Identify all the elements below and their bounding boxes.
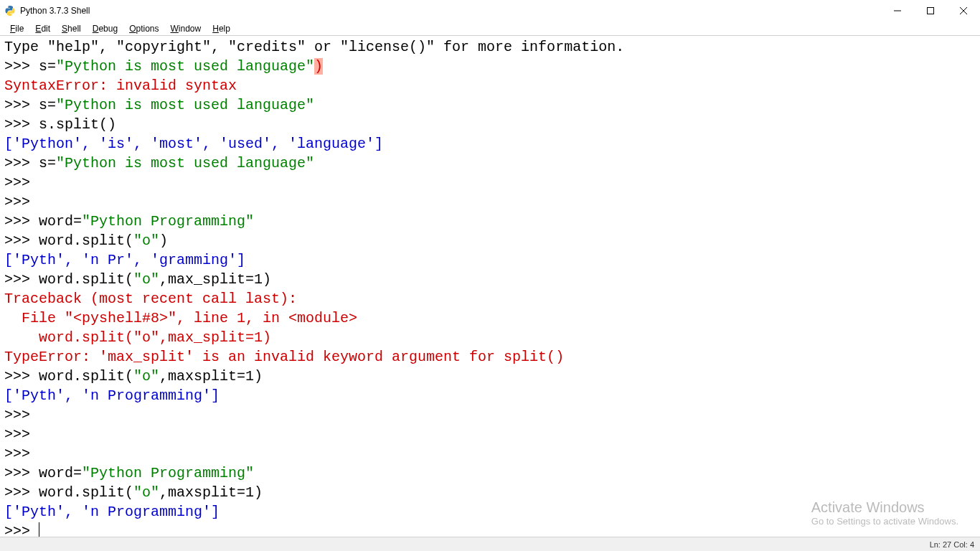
shell-line: >>> [4,425,976,444]
shell-line: word.split("o",max_split=1) [4,328,976,347]
shell-line: >>> s="Python is most used language" [4,154,976,173]
shell-line: >>> s.split() [4,115,976,134]
shell-line: Traceback (most recent call last): [4,289,976,309]
title-bar: Python 3.7.3 Shell [0,0,980,22]
menu-options[interactable]: Options [123,22,164,35]
shell-line: ['Pyth', 'n Programming'] [4,502,976,522]
cursor-position: Ln: 27 Col: 4 [930,540,974,549]
menu-window[interactable]: Window [165,22,207,35]
shell-line: >>> [4,173,976,192]
shell-line: File "<pyshell#8>", line 1, in <module> [4,309,976,328]
shell-line: >>> s="Python is most used language") [4,57,976,76]
menu-help[interactable]: Help [207,22,236,35]
shell-line: >>> [4,405,976,425]
shell-line: >>> [4,444,976,463]
menu-file[interactable]: File [4,22,29,35]
shell-line: Type "help", "copyright", "credits" or "… [4,37,976,57]
shell-line: >>> [4,192,976,212]
menu-edit[interactable]: Edit [29,22,56,35]
menu-shell[interactable]: Shell [56,22,87,35]
shell-line: >>> word.split("o",maxsplit=1) [4,367,976,386]
shell-line: ['Pyth', 'n Pr', 'gramming'] [4,250,976,270]
close-button[interactable] [947,0,980,22]
minimize-button[interactable] [881,0,914,22]
shell-line: >>> [4,522,976,537]
maximize-button[interactable] [914,0,947,22]
shell-line: >>> word="Python Programming" [4,212,976,231]
shell-line: ['Pyth', 'n Programming'] [4,386,976,405]
window-title: Python 3.7.3 Shell [20,6,90,16]
shell-line: >>> s="Python is most used language" [4,95,976,115]
window-controls [881,0,980,22]
shell-line: >>> word.split("o") [4,231,976,250]
python-icon [4,5,16,17]
menu-debug[interactable]: Debug [87,22,123,35]
shell-line: ['Python', 'is', 'most', 'used', 'langua… [4,134,976,154]
status-bar: Ln: 27 Col: 4 [0,537,980,551]
svg-rect-1 [928,8,934,14]
shell-line: >>> word="Python Programming" [4,463,976,483]
shell-line: TypeError: 'max_split' is an invalid key… [4,347,976,367]
shell-line: SyntaxError: invalid syntax [4,76,976,95]
shell-line: >>> word.split("o",maxsplit=1) [4,483,976,502]
shell-content[interactable]: Type "help", "copyright", "credits" or "… [0,36,980,537]
menu-bar: FileEditShellDebugOptionsWindowHelp [0,22,980,36]
shell-line: >>> word.split("o",max_split=1) [4,270,976,289]
